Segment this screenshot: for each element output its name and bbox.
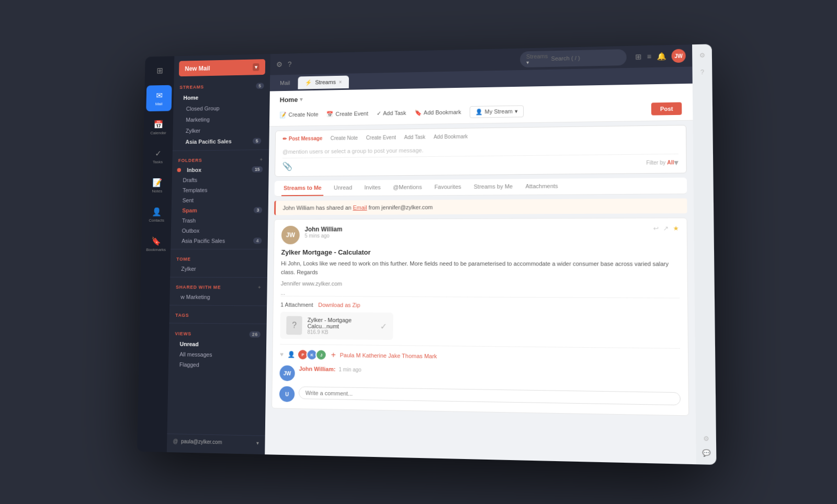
create-note-btn[interactable]: 📝 Create Note [279,111,318,118]
sidebar: New Mail ▾ STREAMS 5 Home Closed Group M… [167,54,270,454]
comment-section: JW John William: 1 min ago [279,365,680,387]
filter-tab-attachments[interactable]: Attachments [523,179,560,195]
folder-drafts[interactable]: Drafts [172,174,269,185]
filter-by-label: Filter by All [646,159,674,166]
user-avatar[interactable]: JW [672,49,686,63]
filter-tab-by-me[interactable]: Streams by Me [472,179,515,195]
folder-outbox[interactable]: Outbox [171,225,268,236]
post-button[interactable]: Post [651,102,682,115]
post-tab-bookmark[interactable]: Add Bookmark [434,134,468,140]
settings-icon[interactable]: ⚙ [276,60,283,68]
right-settings-bottom-icon[interactable]: ⚙ [699,431,714,446]
close-streams-tab[interactable]: × [339,79,342,85]
view-all-messages[interactable]: All messages [168,349,266,360]
reply-icon[interactable]: ↩ [653,225,659,232]
add-task-icon: ✓ [376,110,381,117]
more-users-icon[interactable]: + [331,350,336,360]
nav-item-calendar[interactable]: 📅 Calendar [145,114,171,140]
my-stream-dropdown[interactable]: 👤 My Stream ▾ [469,105,524,118]
filter-tab-invites[interactable]: Invites [363,180,383,196]
list-view-icon[interactable]: ≡ [647,52,652,61]
post-message-input[interactable]: @mention users or select a group to post… [282,141,678,158]
create-event-icon: 📅 [326,111,334,118]
folder-templates[interactable]: Templates [172,185,268,196]
tagged-users: Paula M Katherine Jake Thomas Mark [340,352,437,359]
nav-item-bookmarks[interactable]: 🔖 Bookmarks [143,231,169,257]
new-mail-button[interactable]: New Mail ▾ [179,59,265,76]
attachment-file[interactable]: ? Zylker - Mortgage Calcu...numt 816.9 K… [280,312,393,340]
create-event-btn[interactable]: 📅 Create Event [326,110,368,118]
breadcrumb-chevron: ▾ [300,96,303,103]
mail-tab[interactable]: Mail [274,77,296,88]
stream-notification: John William has shared an Email from je… [274,198,687,215]
email-icon: @ [173,438,178,444]
view-flagged[interactable]: Flagged [168,359,266,371]
right-chat-icon[interactable]: 💬 [699,445,714,460]
file-icon: ? [286,316,302,335]
help-icon[interactable]: ? [288,60,292,68]
grid-icon[interactable]: ⊞ [152,62,167,78]
attachment-header: 1 Attachment Download as Zip [280,302,680,311]
calendar-icon: 📅 [153,119,163,129]
grid-view-icon[interactable]: ⊞ [635,52,642,61]
nav-item-mail[interactable]: ✉ Mail [146,85,172,111]
nav-item-contacts[interactable]: 👤 Contacts [144,201,170,227]
notification-icon[interactable]: 🔔 [657,52,666,60]
streams-tab[interactable]: ⚡ Streams × [298,75,349,89]
folders-section-header: FOLDERS + [172,153,269,165]
tome-zylker[interactable]: Zylker [170,264,267,274]
sidebar-item-zylker[interactable]: Zylker [175,124,267,136]
folder-asia-pacific[interactable]: Asia Pacific Sales 4 [171,236,268,246]
star-icon[interactable]: ★ [673,225,679,232]
current-user-avatar: U [279,386,295,402]
chevron-down-icon[interactable]: ▾ [256,440,259,446]
add-folder-icon[interactable]: + [260,157,263,162]
folder-sent[interactable]: Sent [172,194,268,205]
filter-tab-mentions[interactable]: @Mentions [391,180,424,196]
filter-chevron-icon[interactable]: ▾ [674,157,678,167]
notes-icon: 📝 [152,178,162,187]
download-link[interactable]: Download as Zip [318,302,360,308]
comment-input-wrap[interactable] [299,386,681,405]
filter-tab-favourites[interactable]: Favourites [432,179,463,195]
sidebar-item-closed-group[interactable]: Closed Group [175,102,268,114]
folder-trash[interactable]: Trash [171,215,268,225]
shared-marketing[interactable]: w Marketing [169,292,267,303]
post-tab-message[interactable]: ✏ Post Message [282,135,322,142]
sidebar-item-asia-pacific[interactable]: Asia Pacific Sales 5 [175,135,267,147]
view-unread[interactable]: Unread [169,339,267,350]
add-shared-icon[interactable]: + [258,285,261,290]
post-tab-event[interactable]: Create Event [366,134,396,141]
right-settings-icon[interactable]: ⚙ [695,48,709,62]
file-name: Zylker - Mortgage Calcu...numt [307,316,375,329]
filter-tab-unread[interactable]: Unread [332,180,354,196]
filter-tab-streams-to-me[interactable]: Streams to Me [281,180,324,196]
streams-dropdown[interactable]: Streams ▾ [526,53,548,65]
search-input[interactable] [551,54,625,62]
sidebar-item-marketing[interactable]: Marketing [175,113,268,125]
right-help-icon[interactable]: ? [695,65,710,79]
sidebar-item-home[interactable]: Home [175,91,268,104]
add-bookmark-icon: 🔖 [414,109,422,116]
reactions-row: ♥ 👤 P K J + Paula M Katherine Jake Thoma… [280,344,681,365]
comment-input[interactable] [306,390,674,402]
share-icon[interactable]: ↗ [663,225,669,232]
card-time: 5 mins ago [304,232,648,238]
search-bar[interactable]: Streams ▾ [520,49,627,67]
streams-actions: 📝 Create Note 📅 Create Event ✓ Add Task … [279,102,682,121]
thumbsup-icon[interactable]: 👤 [288,351,296,358]
post-tab-task[interactable]: Add Task [404,134,425,140]
folder-inbox[interactable]: Inbox 15 [172,164,269,175]
nav-item-tasks[interactable]: ✓ Tasks [145,143,171,169]
nav-item-notes[interactable]: 📝 Notes [144,172,171,198]
divider-4 [169,305,267,306]
user-avatars: P K J [299,349,327,361]
add-bookmark-btn[interactable]: 🔖 Add Bookmark [414,109,461,116]
folder-spam[interactable]: Spam 3 [172,205,268,215]
email-notification-link[interactable]: Email [353,204,367,211]
heart-icon[interactable]: ♥ [280,351,284,358]
post-tab-note[interactable]: Create Note [331,135,358,141]
add-task-btn[interactable]: ✓ Add Task [376,109,406,117]
author-avatar: JW [281,226,300,244]
attachment-icon[interactable]: 📎 [282,162,292,171]
